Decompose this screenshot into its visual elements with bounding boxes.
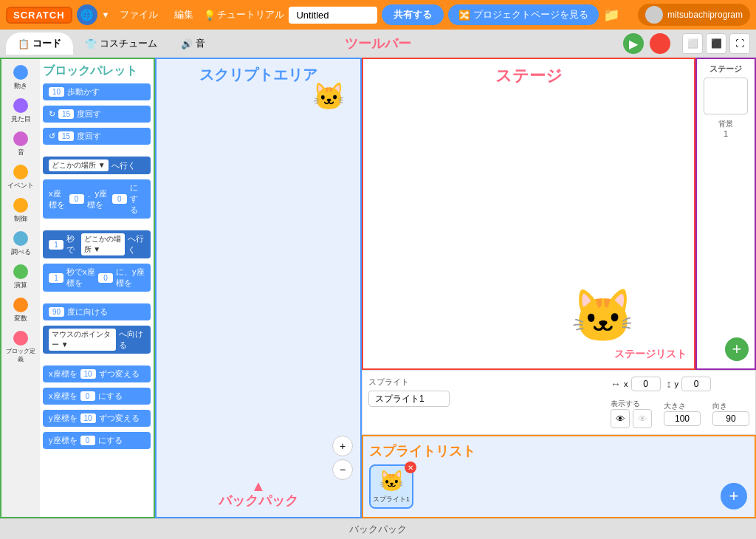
scratch-logo[interactable]: SCRATCH [6, 7, 72, 24]
folder-icon: 📁 [603, 7, 619, 22]
stage-thumbnail[interactable] [704, 78, 748, 114]
sprite-list-title: スプライトリスト [369, 442, 749, 460]
block-goto-xy[interactable]: x座標を 0 、y座標を 0 にする [43, 179, 151, 219]
right-panel: ステージ 🐱 ステージリスト ステージ 背景 1 + スプライト [362, 58, 756, 518]
sprite-thumbnail-1[interactable]: ✕ 🐱 スプライト1 [369, 464, 413, 509]
share-button[interactable]: 共有する [382, 4, 444, 25]
block-change-x[interactable]: x座標を 10 ずつ変える [43, 365, 151, 382]
stop-button[interactable] [650, 33, 670, 54]
script-canvas[interactable] [157, 91, 360, 517]
block-glide-random[interactable]: 1 秒で どこかの場所 ▼ へ行く [43, 230, 151, 258]
category-sensing[interactable]: 調べる [3, 228, 38, 260]
tabs-row: 📋 コード 👕 コスチューム 🔊 音 ツールバー ▶ ⬜ ⬛ ⛶ [0, 30, 756, 58]
fork-icon: 🔀 [458, 10, 470, 21]
category-operators[interactable]: 演算 [3, 261, 38, 293]
category-myblocks[interactable]: ブロック定義 [3, 328, 38, 366]
direction-group: 向き [712, 401, 749, 426]
zoom-out-button[interactable]: − [332, 459, 353, 480]
sprite-delete-button[interactable]: ✕ [405, 461, 416, 473]
variables-dot [13, 298, 28, 312]
add-sprite-button[interactable]: + [721, 483, 747, 509]
tab-code[interactable]: 📋 コード [6, 32, 73, 55]
bg-count: 1 [724, 129, 728, 138]
backpack-arrow: ▲ [251, 478, 266, 495]
tab-costume[interactable]: 👕 コスチューム [73, 32, 169, 55]
stage-side-title: ステージ [709, 63, 742, 75]
blocks-list: 10 歩動かす ↻ 15 度回す ↺ 15 度回す どこかの場所 ▼ へ行く [43, 83, 151, 452]
sprite-name-input[interactable] [368, 391, 450, 407]
size-label: 大きさ [664, 401, 701, 411]
stage-container: ステージ 🐱 ステージリスト [362, 58, 695, 370]
block-turn-left[interactable]: ↺ 15 度回す [43, 128, 151, 145]
sprite-section: スプライト ↔ x ↕ y [362, 370, 756, 518]
stage-side-container: ステージ 背景 1 + [695, 58, 756, 370]
bottom-bar[interactable]: バックパック [0, 518, 756, 539]
avatar [645, 6, 663, 24]
events-dot [13, 165, 28, 179]
fullscreen-button[interactable]: ⛶ [729, 33, 750, 54]
hide-button[interactable]: 👁 [633, 409, 652, 428]
block-goto-random[interactable]: どこかの場所 ▼ へ行く [43, 157, 151, 174]
block-glide-xy[interactable]: 1 秒でx座標を 0 に、y座標を [43, 264, 151, 292]
block-set-x[interactable]: x座標を 0 にする [43, 388, 151, 405]
large-stage-button[interactable]: ⬛ [706, 33, 726, 54]
sprite-info-panel: スプライト ↔ x ↕ y [362, 370, 756, 435]
visibility-icons: 👁 👁 [611, 409, 652, 428]
tab-sound[interactable]: 🔊 音 [169, 32, 217, 55]
category-control[interactable]: 制御 [3, 195, 38, 227]
scratch-cat-thumbnail: 🐱 [312, 81, 346, 112]
block-point-towards[interactable]: マウスのポインター ▼ へ向ける [43, 326, 151, 354]
view-buttons: ⬜ ⬛ ⛶ [682, 33, 750, 54]
block-turn-right[interactable]: ↻ 15 度回す [43, 106, 151, 123]
size-group: 大きさ [664, 401, 701, 426]
palette-title: ブロックパレット [43, 63, 151, 79]
y-input[interactable] [681, 377, 711, 391]
block-move-steps[interactable]: 10 歩動かす [43, 83, 151, 100]
direction-input[interactable] [712, 411, 749, 426]
project-page-button[interactable]: 🔀 プロジェクトページを見る [448, 4, 599, 25]
small-stage-button[interactable]: ⬜ [682, 33, 703, 54]
edit-menu[interactable]: 編集 [168, 5, 199, 24]
show-label-group: 表示する 👁 👁 [611, 399, 652, 428]
x-arrows-icon: ↔ [611, 378, 621, 390]
x-input[interactable] [631, 377, 661, 391]
control-dot [13, 198, 28, 213]
add-backdrop-button[interactable]: + [725, 337, 749, 361]
green-flag-button[interactable]: ▶ [623, 33, 644, 54]
category-sound[interactable]: 音 [3, 128, 38, 160]
x-coord-group: ↔ x [611, 377, 661, 391]
block-set-y[interactable]: y座標を 0 にする [43, 432, 151, 449]
looks-dot [13, 98, 28, 113]
code-icon: 📋 [18, 38, 30, 49]
folder-button[interactable]: 📁 [603, 7, 619, 23]
sprite-list: ✕ 🐱 スプライト1 [369, 464, 749, 509]
sound-dot [13, 131, 28, 146]
sprite-coords-panel: ↔ x ↕ y 表示する [611, 377, 749, 428]
category-events[interactable]: イベント [3, 162, 38, 193]
size-input[interactable] [664, 411, 701, 426]
zoom-controls: + − [332, 436, 353, 480]
tutorial-button[interactable]: 💡 チュートリアル [204, 8, 284, 21]
zoom-in-button[interactable]: + [332, 436, 353, 456]
myblocks-dot [13, 331, 28, 346]
show-label: 表示する [611, 399, 652, 409]
bottom-bar-label: バックパック [349, 523, 407, 536]
bulb-icon: 💡 [204, 10, 216, 21]
operators-dot [13, 264, 28, 279]
category-variables[interactable]: 変数 [3, 295, 38, 326]
sensing-dot [13, 231, 28, 246]
category-looks[interactable]: 見た目 [3, 95, 38, 127]
block-point-direction[interactable]: 90 度に向ける [43, 303, 151, 320]
user-menu[interactable]: mitsubachiprogram [638, 4, 750, 26]
project-name-input[interactable] [289, 7, 377, 24]
show-button[interactable]: 👁 [611, 409, 630, 428]
block-change-y[interactable]: y座標を 10 ずつ変える [43, 410, 151, 427]
stage-title: ステージ [363, 59, 694, 93]
globe-icon[interactable]: 🌐 [77, 4, 97, 25]
category-motion[interactable]: 動き [3, 62, 38, 94]
sprite-info: スプライト [368, 377, 605, 428]
motion-dot [13, 65, 28, 80]
costume-icon: 👕 [85, 38, 97, 49]
toolbar-label: ツールバー [345, 35, 411, 52]
file-menu[interactable]: ファイル [114, 5, 164, 24]
